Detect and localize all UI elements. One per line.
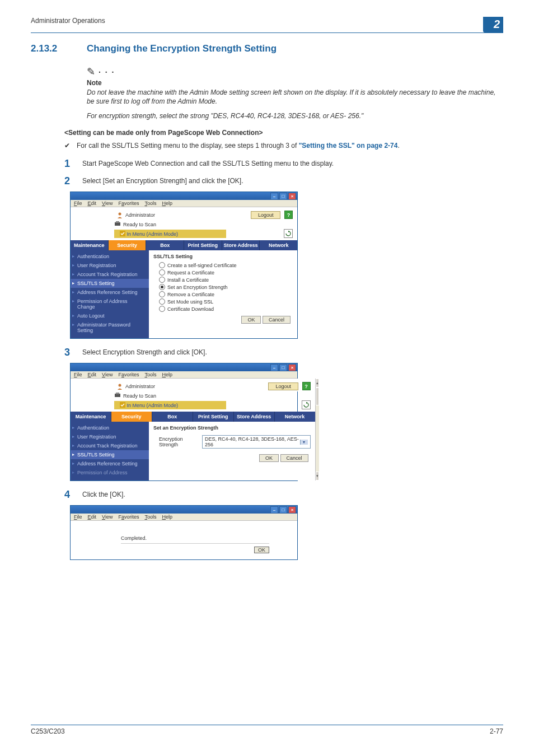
menu-file[interactable]: File [74, 514, 82, 520]
status-mode: In Menu (Admin Mode) [114, 401, 226, 409]
tab-store-address[interactable]: Store Address [234, 412, 275, 422]
sidebar-user-registration[interactable]: User Registration [71, 432, 149, 441]
radio-set-encryption[interactable] [159, 284, 165, 290]
refresh-icon[interactable] [284, 229, 293, 238]
minimize-icon[interactable]: – [270, 193, 278, 200]
scroll-down-icon[interactable]: ▾ [316, 472, 319, 480]
tab-security[interactable]: Security [109, 240, 147, 250]
sidebar-address-reference[interactable]: Address Reference Setting [71, 288, 149, 297]
sidebar-ssl-tls[interactable]: SSL/TLS Setting [71, 279, 149, 288]
minimize-icon[interactable]: – [270, 364, 278, 371]
menu-file[interactable]: File [74, 372, 82, 377]
menu-view[interactable]: View [102, 200, 113, 206]
minimize-icon[interactable]: – [270, 506, 278, 514]
menu-tools[interactable]: Tools [144, 372, 156, 377]
menu-help[interactable]: Help [162, 372, 172, 377]
menu-tools[interactable]: Tools [144, 200, 156, 206]
help-icon[interactable]: ? [302, 382, 311, 390]
close-icon[interactable]: × [288, 364, 296, 371]
radio-install-cert[interactable] [159, 277, 165, 283]
scroll-up-icon[interactable]: ▴ [316, 379, 319, 388]
menu-edit[interactable]: Edit [88, 372, 97, 377]
menu-file[interactable]: File [74, 200, 82, 206]
radio-remove-cert[interactable] [159, 291, 165, 297]
sidebar-ssl-tls[interactable]: SSL/TLS Setting [71, 450, 149, 459]
browser-menu-bar: File Edit View Favorites Tools Help [71, 514, 297, 521]
chapter-number-badge: 2 [483, 17, 503, 32]
encryption-strength-dropdown[interactable]: DES, RC4-40, RC4-128, 3DES-168, AES-256 … [202, 435, 310, 449]
note-label: Note [87, 79, 503, 87]
sidebar-address-reference[interactable]: Address Reference Setting [71, 459, 149, 468]
tab-security[interactable]: Security [111, 412, 152, 422]
refresh-icon[interactable] [302, 400, 311, 409]
cancel-button[interactable]: Cancel [263, 316, 291, 324]
ok-button[interactable]: OK [254, 547, 269, 553]
step-text-1: Start PageScope Web Connection and call … [82, 158, 334, 167]
note-dots: . . . [95, 66, 115, 74]
ok-button[interactable]: OK [241, 316, 261, 324]
close-icon[interactable]: × [288, 193, 296, 200]
browser-menu-bar: File Edit View Favorites Tools Help [71, 200, 297, 207]
step-number-4: 4 [64, 489, 82, 501]
maximize-icon[interactable]: □ [279, 364, 287, 371]
menu-tools[interactable]: Tools [144, 514, 156, 520]
sidebar-admin-password[interactable]: Administrator Password Setting [71, 320, 149, 335]
browser-menu-bar: File Edit View Favorites Tools Help [71, 371, 297, 379]
maximize-icon[interactable]: □ [279, 193, 287, 200]
pencil-icon: ✎ [87, 66, 95, 77]
tab-maintenance[interactable]: Maintenance [71, 240, 109, 250]
person-icon [116, 383, 123, 390]
sidebar-auto-logout[interactable]: Auto Logout [71, 311, 149, 320]
tab-box[interactable]: Box [146, 240, 184, 250]
sidebar-account-track[interactable]: Account Track Registration [71, 270, 149, 279]
tab-network[interactable]: Network [260, 240, 297, 250]
browser-window-3: – □ × File Edit View Favorites Tools Hel… [70, 505, 298, 560]
menu-view[interactable]: View [102, 514, 113, 520]
menu-help[interactable]: Help [162, 514, 172, 520]
svg-rect-6 [116, 393, 119, 394]
menu-favorites[interactable]: Favorites [118, 372, 139, 377]
prereq-text: For call the SSL/TLS Setting menu to the… [77, 141, 400, 151]
close-icon[interactable]: × [288, 506, 296, 514]
radio-create-cert[interactable] [159, 262, 165, 268]
radio-request-cert[interactable] [159, 269, 165, 276]
tab-box[interactable]: Box [152, 412, 193, 422]
menu-edit[interactable]: Edit [88, 200, 97, 206]
sidebar-authentication[interactable]: Authentication [71, 252, 149, 261]
tab-store-address[interactable]: Store Address [222, 240, 260, 250]
encryption-strength-label: Encryption Strength [159, 436, 198, 447]
sidebar-authentication[interactable]: Authentication [71, 423, 149, 432]
browser-window-2: – □ × File Edit View Favorites Tools Hel… [70, 363, 298, 481]
admin-label: Administrator [125, 212, 155, 218]
tab-network[interactable]: Network [275, 412, 315, 422]
maximize-icon[interactable]: □ [279, 506, 287, 514]
checkmark-icon: ✔ [64, 141, 77, 151]
menu-favorites[interactable]: Favorites [118, 200, 139, 206]
page-header: Administrator Operations [31, 17, 105, 27]
sidebar-permission-address-partial[interactable]: Permission of Address [71, 468, 149, 477]
cancel-button[interactable]: Cancel [280, 454, 308, 462]
link-setting-ssl[interactable]: "Setting the SSL" on page 2-74 [299, 142, 398, 150]
printer-icon [114, 221, 121, 228]
help-icon[interactable]: ? [284, 211, 293, 219]
ok-button[interactable]: OK [259, 454, 279, 462]
radio-set-mode-ssl[interactable] [159, 298, 165, 305]
tab-print-setting[interactable]: Print Setting [193, 412, 234, 422]
sidebar-user-registration[interactable]: User Registration [71, 261, 149, 270]
sidebar-account-track[interactable]: Account Track Registration [71, 441, 149, 450]
sidebar-permission-address[interactable]: Permission of Address Change [71, 297, 149, 311]
menu-view[interactable]: View [102, 372, 113, 377]
subheading: <Setting can be made only from PageScope… [64, 129, 503, 137]
tab-print-setting[interactable]: Print Setting [184, 240, 222, 250]
completed-message: Completed. [76, 535, 292, 541]
tab-maintenance[interactable]: Maintenance [71, 412, 111, 422]
menu-help[interactable]: Help [162, 200, 172, 206]
scrollbar[interactable]: ▴ ▾ [315, 379, 319, 480]
chevron-down-icon: ▾ [300, 440, 307, 445]
menu-favorites[interactable]: Favorites [118, 514, 139, 520]
scroll-thumb[interactable] [316, 388, 319, 405]
logout-button[interactable]: Logout [251, 211, 281, 219]
menu-edit[interactable]: Edit [88, 514, 97, 520]
logout-button[interactable]: Logout [268, 382, 298, 390]
radio-cert-download[interactable] [159, 306, 165, 312]
